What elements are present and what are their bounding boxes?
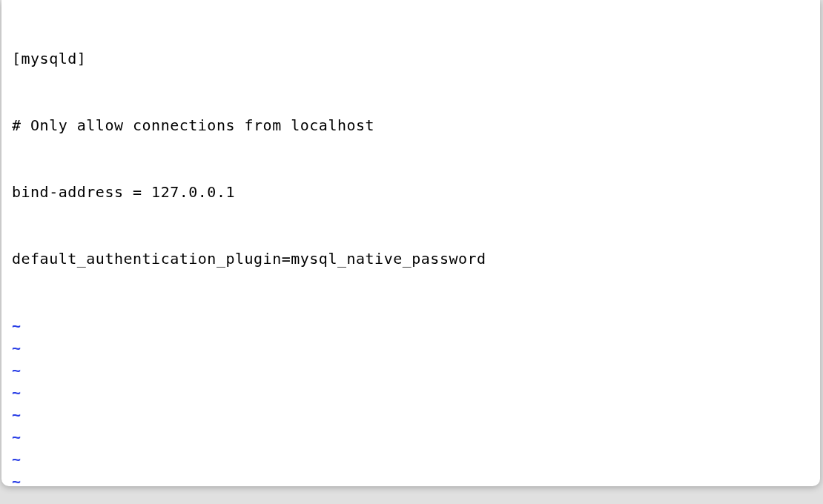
terminal-window: [mysqld] # Only allow connections from l…	[1, 0, 820, 486]
file-line: [mysqld]	[12, 47, 810, 70]
empty-line-tilde: ~	[12, 403, 810, 425]
file-line: bind-address = 127.0.0.1	[12, 181, 810, 203]
empty-line-tilde: ~	[12, 470, 810, 486]
file-line: default_authentication_plugin=mysql_nati…	[12, 248, 810, 270]
empty-line-tilde: ~	[12, 336, 810, 359]
file-line: # Only allow connections from localhost	[12, 114, 810, 136]
editor-buffer[interactable]: [mysqld] # Only allow connections from l…	[1, 0, 820, 486]
empty-lines-region: ~~~~~~~~~~~~~~~~~~	[12, 314, 810, 486]
empty-line-tilde: ~	[12, 448, 810, 470]
empty-line-tilde: ~	[12, 425, 810, 448]
empty-line-tilde: ~	[12, 314, 810, 336]
empty-line-tilde: ~	[12, 381, 810, 403]
empty-line-tilde: ~	[12, 359, 810, 381]
